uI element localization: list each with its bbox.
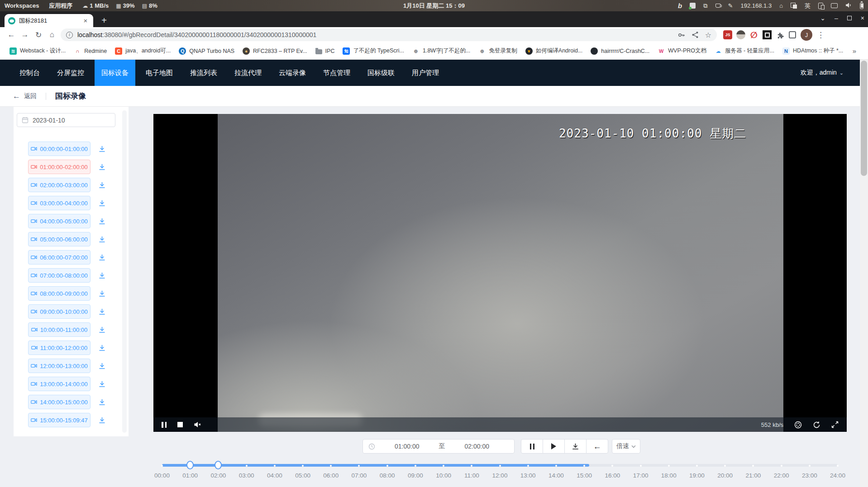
nav-item-拉流代理[interactable]: 拉流代理 [228,60,268,86]
app-tray-icon[interactable] [690,3,696,9]
browser-tab[interactable]: 国标28181 × [5,14,93,27]
segment-button[interactable]: 13:00:00-14:00:00 [28,377,91,391]
download-icon[interactable] [98,344,106,352]
workspaces-switcher-icon[interactable] [791,3,797,9]
bookmark-item[interactable]: ☁服务器 - 轻量应用... [711,45,778,57]
speed-dropdown[interactable]: 倍速 [612,439,640,454]
volume-icon[interactable] [845,2,852,9]
browser-home-icon[interactable]: ⌂ [45,30,59,39]
time-range-picker[interactable]: 01:00:00 至 02:00:00 [362,439,515,454]
segment-button[interactable]: 04:00:00-05:00:00 [28,214,91,228]
segment-button[interactable]: 10:00:00-11:00:00 [28,322,91,337]
download-icon[interactable] [98,398,106,406]
ip-address-indicator[interactable]: 192.168.1.3 [740,2,772,9]
download-button[interactable] [564,439,587,454]
phone-link-icon[interactable] [818,3,823,9]
download-icon[interactable] [98,380,106,388]
video-player[interactable]: 2023-01-10 01:00:00 星期二 552 kb/s [153,114,847,432]
site-info-icon[interactable]: i [66,32,73,38]
nav-item-云端录像[interactable]: 云端录像 [272,60,313,86]
download-icon[interactable] [98,308,106,316]
address-bar[interactable]: i localhost:38080/#/gbRecordDetail/34020… [61,28,717,41]
segment-button[interactable]: 15:00:00-15:09:47 [28,413,91,427]
applications-button[interactable]: 应用程序 [49,2,72,10]
share-icon[interactable] [692,31,699,38]
js-extension-icon[interactable]: JS [723,30,732,39]
download-icon[interactable] [98,199,106,207]
start-time-input[interactable]: 01:00:00 [375,443,439,450]
snapshot-icon[interactable] [794,421,802,429]
nav-item-分屏监控[interactable]: 分屏监控 [50,60,91,86]
tab-search-icon[interactable]: ⌄ [820,14,825,22]
bookmark-item[interactable]: NHDAtmos :: 种子 *... [778,45,847,57]
player-stop-button[interactable] [177,422,183,427]
segment-button[interactable]: 14:00:00-15:00:00 [28,395,91,409]
nav-item-国标设备[interactable]: 国标设备 [95,60,135,86]
reload-icon[interactable]: ↻ [32,30,45,40]
pause-button[interactable] [521,439,543,454]
window-minimize-button[interactable]: – [835,14,838,22]
extensions-puzzle-icon[interactable] [776,30,785,39]
window-maximize-button[interactable] [847,16,852,20]
input-method-indicator[interactable]: 英 [805,2,811,10]
end-time-input[interactable]: 02:00:00 [445,443,509,450]
segment-button[interactable]: 07:00:00-08:00:00 [28,268,91,283]
download-icon[interactable] [98,145,106,153]
display-icon[interactable] [831,3,838,8]
back-icon[interactable]: ← [5,30,18,39]
download-icon[interactable] [98,163,106,171]
bookmark-item[interactable]: 知了不起的 TypeScri... [339,45,408,57]
download-icon[interactable] [98,272,106,279]
nav-item-控制台[interactable]: 控制台 [13,60,47,86]
download-icon[interactable] [98,416,106,424]
system-clock[interactable]: 1月10日 星期二 15：09 [403,2,465,10]
blocker-extension-icon[interactable]: ∅ [749,30,758,39]
bookmark-item[interactable]: hairrrrr/C-CrashC... [587,45,653,57]
bookmark-item[interactable]: ⊕1.8W字|了不起的... [408,45,474,57]
download-icon[interactable] [98,236,106,243]
nav-item-推流列表[interactable]: 推流列表 [183,60,224,86]
bookmark-item[interactable]: Cjava、android可... [111,45,175,57]
date-picker-input[interactable]: 2023-01-10 [17,113,115,127]
download-icon[interactable] [98,217,106,225]
refresh-icon[interactable] [813,421,820,429]
download-icon[interactable] [98,290,106,298]
segment-button[interactable]: 03:00:00-04:00:00 [28,196,91,210]
home-tray-icon[interactable]: ⌂ [779,2,783,9]
nav-item-电子地图[interactable]: 电子地图 [139,60,180,86]
page-scrollbar-thumb[interactable] [861,61,867,176]
bookmark-item[interactable]: ∩Redmine [70,45,111,57]
bing-tray-icon[interactable]: b [678,2,682,9]
color-picker-tray-icon[interactable]: ✎ [728,2,733,9]
segment-button[interactable]: 11:00:00-12:00:00 [28,340,91,355]
bookmarks-overflow-icon[interactable]: » [853,47,863,55]
download-icon[interactable] [98,362,106,370]
forward-icon[interactable]: → [18,30,32,39]
timeline-handle-end[interactable] [215,461,222,469]
segment-button[interactable]: 09:00:00-10:00:00 [28,304,91,319]
url-text[interactable]: localhost:38080/#/gbRecordDetail/3402000… [77,31,671,38]
player-pause-button[interactable] [162,422,167,428]
window-close-button[interactable]: × [861,14,864,22]
download-icon[interactable] [98,326,106,334]
new-tab-button[interactable]: + [99,15,110,25]
dark-extension-icon[interactable] [763,30,772,39]
bookmark-item[interactable]: IPC [311,45,339,57]
bookmark-item[interactable]: WWVP-PRO文档 [653,45,711,57]
segment-button[interactable]: 02:00:00-03:00:00 [28,178,91,192]
workspaces-button[interactable]: Workspaces [5,2,39,9]
segment-button[interactable]: 00:00:00-01:00:00 [28,142,91,156]
timeline-handle-start[interactable] [186,461,194,469]
password-key-icon[interactable] [677,31,685,39]
player-mute-icon[interactable] [194,421,201,428]
download-icon[interactable] [98,181,106,189]
segment-button[interactable]: 12:00:00-13:00:00 [28,359,91,373]
sidebar-scrollbar[interactable] [122,110,127,433]
bookmark-item[interactable]: ●RFC2833 – RTP Ev... [238,45,311,57]
robber-extension-icon[interactable] [736,30,745,39]
segment-button[interactable]: 01:00:00-02:00:00 [28,160,91,174]
nav-item-节点管理[interactable]: 节点管理 [316,60,357,86]
clipboard-tray-icon[interactable]: ⧉ [703,2,707,9]
timeline-slider[interactable]: 00:0001:0002:0003:0004:0005:0006:0007:00… [162,459,838,485]
profile-avatar[interactable]: J [801,29,812,41]
